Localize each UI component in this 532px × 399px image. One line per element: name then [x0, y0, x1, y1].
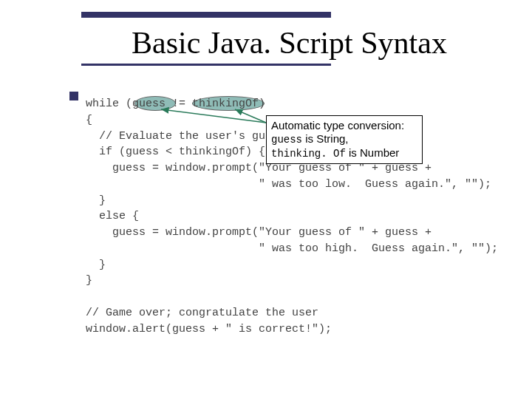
code-line: " was too high. Guess again.", ""); [86, 242, 498, 255]
callout-box: Automatic type conversion: guess is Stri… [266, 115, 423, 164]
callout-text-1: is String, [302, 132, 349, 145]
slide: { "title": "Basic Java. Script Syntax", … [0, 0, 532, 399]
code-line: if (guess < thinkingOf) { [86, 146, 265, 158]
slide-title: Basic Java. Script Syntax [132, 25, 447, 61]
code-line: else { [86, 210, 139, 222]
code-line: guess = window.prompt("Your guess of " +… [86, 226, 432, 239]
bullet-square [69, 92, 78, 100]
callout-line-2: guess is String, [271, 132, 417, 146]
callout-code-thinkingof: thinking. Of [271, 148, 346, 160]
title-rule-top [81, 12, 331, 18]
code-line: " was too low. Guess again.", ""); [86, 178, 491, 191]
code-line: // Evaluate the user's guess [86, 130, 285, 143]
code-line: window.alert(guess + " is correct!"); [86, 323, 332, 335]
code-line: // Game over; congratulate the user [86, 307, 318, 319]
callout-line-1: Automatic type conversion: [271, 119, 417, 132]
callout-code-guess: guess [271, 134, 302, 146]
code-line: } [86, 274, 92, 287]
code-line: } [86, 259, 106, 271]
code-line: { [86, 114, 92, 126]
callout-line-3: thinking. Of is Number [271, 146, 417, 160]
code-line: while (guess != thinkingOf) [86, 98, 265, 110]
code-line: } [86, 194, 106, 207]
title-rule-bottom [81, 64, 331, 66]
callout-text-2: is Number [346, 146, 400, 159]
